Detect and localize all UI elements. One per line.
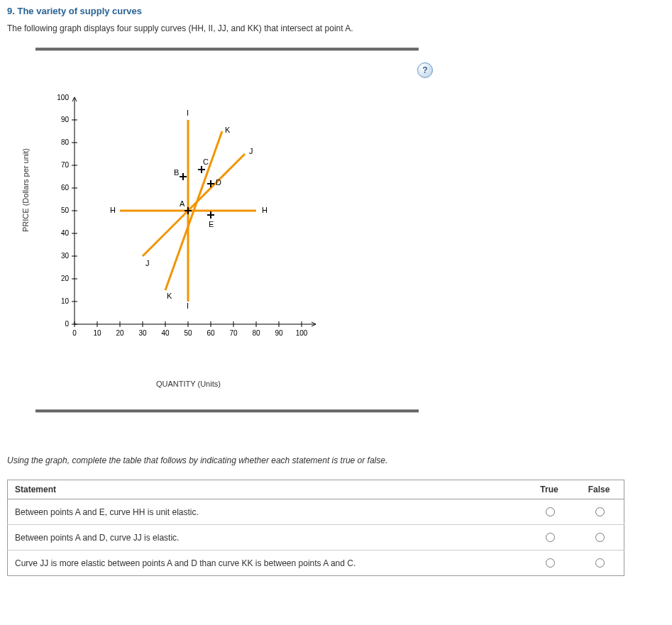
- ytick: 30: [61, 252, 70, 260]
- xtick: 10: [93, 329, 101, 337]
- ytick: 100: [57, 94, 69, 101]
- xtick: 60: [206, 329, 215, 337]
- ytick: 10: [61, 297, 70, 305]
- xtick: 30: [138, 329, 147, 337]
- statement-text: Curve JJ is more elastic between points …: [8, 551, 525, 576]
- xtick: 50: [184, 329, 192, 337]
- xtick: 70: [229, 329, 238, 337]
- svg-line-25: [143, 154, 245, 256]
- x-axis-label: QUANTITY (Units): [156, 380, 221, 388]
- ytick: 20: [61, 275, 70, 282]
- true-false-table: Statement True False Between points A an…: [7, 480, 624, 576]
- radio-true[interactable]: [546, 507, 555, 516]
- label-D: D: [216, 178, 221, 187]
- label-K-bottom: K: [167, 292, 172, 300]
- chart-svg: 0 10 20 30 40 50 60 70 80 90 100 0 10 20…: [35, 90, 334, 374]
- ytick: 70: [61, 161, 70, 169]
- divider-bottom: [35, 409, 419, 413]
- question-intro: The following graph displays four supply…: [7, 23, 665, 33]
- ytick: 60: [61, 184, 70, 192]
- label-H-left: H: [110, 206, 116, 214]
- supply-chart: PRICE (Dollars per unit) 0 10 20 30 40 5…: [35, 90, 341, 388]
- table-row: Between points A and D, curve JJ is elas…: [8, 525, 624, 551]
- xtick: 90: [275, 329, 283, 337]
- col-false: False: [574, 480, 624, 499]
- radio-false[interactable]: [595, 558, 605, 568]
- col-true: True: [524, 480, 574, 499]
- ytick: 40: [61, 229, 70, 237]
- xtick: 40: [161, 329, 170, 337]
- radio-true[interactable]: [546, 533, 555, 542]
- radio-false[interactable]: [595, 507, 605, 516]
- question-title: The variety of supply curves: [17, 6, 142, 16]
- xtick: 100: [296, 329, 308, 337]
- table-row: Between points A and E, curve HH is unit…: [8, 499, 624, 525]
- radio-true[interactable]: [546, 558, 555, 568]
- statement-text: Between points A and E, curve HH is unit…: [8, 499, 525, 525]
- ytick: 0: [65, 320, 69, 328]
- statement-text: Between points A and D, curve JJ is elas…: [8, 525, 525, 551]
- divider-top: ?: [35, 48, 419, 51]
- ytick: 90: [61, 116, 70, 123]
- label-I-bottom: I: [187, 302, 189, 310]
- question-heading: 9. The variety of supply curves: [7, 6, 665, 16]
- label-C: C: [203, 157, 209, 166]
- help-icon[interactable]: ?: [417, 62, 433, 78]
- col-statement: Statement: [8, 480, 525, 499]
- xtick: 0: [72, 329, 77, 337]
- label-I-top: I: [187, 109, 189, 117]
- instruction-text: Using the graph, complete the table that…: [7, 455, 665, 465]
- label-J-top: J: [249, 147, 253, 155]
- table-row: Curve JJ is more elastic between points …: [8, 551, 624, 576]
- radio-false[interactable]: [595, 533, 605, 542]
- xtick: 20: [116, 329, 124, 337]
- label-A: A: [180, 199, 185, 208]
- label-J-bottom: J: [145, 259, 150, 267]
- ytick: 80: [61, 138, 70, 146]
- label-K-top: K: [225, 126, 231, 134]
- question-number: 9.: [7, 6, 15, 16]
- y-axis-label: PRICE (Dollars per unit): [21, 148, 30, 232]
- ytick: 50: [61, 206, 70, 214]
- label-E: E: [209, 220, 214, 228]
- xtick: 80: [252, 329, 260, 337]
- label-H-right: H: [262, 206, 268, 214]
- label-B: B: [174, 168, 179, 177]
